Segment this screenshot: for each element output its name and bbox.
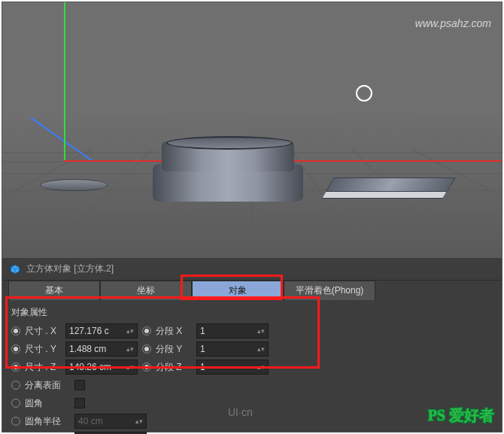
watermark-center: UI·cn [228, 406, 253, 418]
label-seg-x: 分段 X [156, 325, 192, 338]
input-seg-z[interactable]: 1▴▾ [196, 360, 269, 375]
label-size-z: 尺寸 . Z [25, 361, 61, 374]
radio-size-y[interactable] [11, 344, 20, 354]
radio-seg-x[interactable] [142, 326, 151, 335]
radio-size-x[interactable] [11, 326, 20, 335]
axis-y [64, 2, 65, 160]
label-fillet-radius: 圆角半径 [25, 415, 70, 428]
tab-coord[interactable]: 坐标 [100, 281, 192, 300]
checkbox-separate[interactable] [74, 380, 85, 390]
radio-seg-y[interactable] [142, 344, 151, 354]
tab-basic[interactable]: 基本 [8, 281, 100, 300]
input-size-y[interactable]: 1.488 cm▴▾ [65, 341, 138, 357]
svg-line-8 [351, 149, 464, 258]
object-title-bar: 立方体对象 [立方体.2] [2, 258, 502, 281]
props-section-title: 对象属性 [11, 306, 493, 319]
label-size-y: 尺寸 . Y [25, 343, 61, 356]
label-seg-z: 分段 Z [156, 361, 192, 374]
input-size-z[interactable]: 140.26 cm▴▾ [65, 360, 138, 375]
input-seg-x[interactable]: 1▴▾ [196, 323, 269, 338]
tab-phong[interactable]: 平滑着色(Phong) [284, 281, 375, 300]
input-fillet-radius: 40 cm▴▾ [74, 414, 147, 429]
object-title: 立方体对象 [立方体.2] [26, 263, 114, 275]
rotation-handle-icon[interactable] [356, 85, 372, 102]
tab-object[interactable]: 对象 [192, 281, 284, 300]
svg-line-13 [411, 149, 502, 258]
label-seg-y: 分段 Y [156, 343, 192, 356]
svg-line-7 [40, 149, 153, 258]
radio-size-z[interactable] [11, 363, 20, 372]
watermark-bottom-right: PS 爱好者 [428, 405, 494, 426]
mesh-cube-selected[interactable] [329, 178, 450, 203]
watermark-top: www.psahz.com [415, 17, 491, 29]
tab-bar: 基本 坐标 对象 平滑着色(Phong) [2, 281, 502, 300]
label-fillet: 圆角 [25, 397, 70, 410]
3d-viewport[interactable] [2, 2, 502, 258]
label-size-x: 尺寸 . X [25, 325, 61, 338]
radio-separate[interactable] [11, 381, 20, 390]
radio-fillet-radius [11, 417, 20, 426]
input-size-x[interactable]: 127.176 c▴▾ [65, 323, 138, 338]
checkbox-fillet[interactable] [74, 398, 85, 408]
radio-seg-z[interactable] [142, 363, 151, 372]
label-separate: 分离表面 [25, 379, 70, 392]
radio-fillet[interactable] [11, 399, 20, 408]
mesh-lid[interactable] [40, 179, 108, 191]
input-seg-y[interactable]: 1▴▾ [196, 341, 269, 357]
svg-line-12 [2, 149, 93, 258]
mesh-jar[interactable] [153, 130, 303, 202]
cube-icon [10, 264, 20, 275]
